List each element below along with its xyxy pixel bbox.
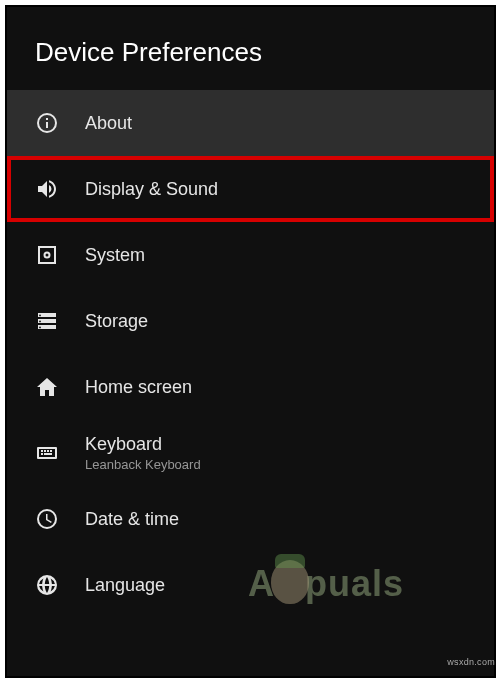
menu-item-label: Display & Sound xyxy=(85,179,218,200)
menu-item-storage[interactable]: Storage xyxy=(7,288,494,354)
menu-item-language[interactable]: Language xyxy=(7,552,494,618)
menu-item-label: About xyxy=(85,113,132,134)
menu-item-label: Home screen xyxy=(85,377,192,398)
home-icon xyxy=(35,375,59,399)
volume-icon xyxy=(35,177,59,201)
menu-item-display-sound[interactable]: Display & Sound xyxy=(7,156,494,222)
clock-icon xyxy=(35,507,59,531)
menu-item-sublabel: Leanback Keyboard xyxy=(85,457,201,472)
info-icon xyxy=(35,111,59,135)
menu-item-date-time[interactable]: Date & time xyxy=(7,486,494,552)
menu-item-home-screen[interactable]: Home screen xyxy=(7,354,494,420)
watermark-corner: wsxdn.com xyxy=(447,657,495,667)
menu-item-keyboard[interactable]: Keyboard Leanback Keyboard xyxy=(7,420,494,486)
menu-item-label: Language xyxy=(85,575,165,596)
storage-icon xyxy=(35,309,59,333)
menu-item-system[interactable]: System xyxy=(7,222,494,288)
keyboard-icon xyxy=(35,441,59,465)
menu-item-label: Date & time xyxy=(85,509,179,530)
menu-item-label: Keyboard xyxy=(85,434,201,455)
menu-item-about[interactable]: About xyxy=(7,90,494,156)
globe-icon xyxy=(35,573,59,597)
menu-item-label: System xyxy=(85,245,145,266)
system-icon xyxy=(35,243,59,267)
settings-screen: Device Preferences About Display & Sound… xyxy=(5,5,496,678)
page-title: Device Preferences xyxy=(7,7,494,90)
menu-item-label: Storage xyxy=(85,311,148,332)
